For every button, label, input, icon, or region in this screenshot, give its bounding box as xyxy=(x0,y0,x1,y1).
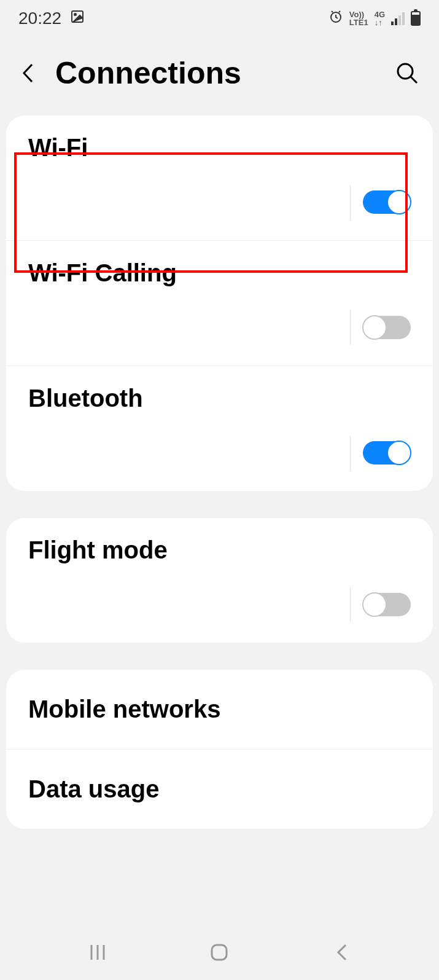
settings-item-bluetooth[interactable]: Bluetooth xyxy=(6,366,433,491)
svg-point-3 xyxy=(398,64,413,79)
settings-item-mobile-networks[interactable]: Mobile networks xyxy=(6,670,433,749)
svg-rect-4 xyxy=(212,945,227,960)
page-header: Connections xyxy=(0,37,439,116)
recents-button[interactable] xyxy=(83,938,112,967)
toggle-row xyxy=(28,310,411,345)
picture-icon xyxy=(70,9,85,28)
setting-label: Data usage xyxy=(28,775,411,803)
search-button[interactable] xyxy=(394,60,421,87)
settings-group: Wi-Fi Wi-Fi Calling Bluetooth xyxy=(6,116,433,491)
toggle-row xyxy=(28,185,411,219)
network-indicator: 4G ↓↑ xyxy=(375,10,385,26)
setting-label: Mobile networks xyxy=(28,696,411,723)
svg-point-1 xyxy=(74,14,76,15)
back-nav-button[interactable] xyxy=(327,938,356,967)
toggle-divider xyxy=(350,310,351,345)
navigation-bar xyxy=(0,925,439,980)
toggle-divider xyxy=(350,436,351,470)
page-title: Connections xyxy=(55,55,375,91)
setting-label: Bluetooth xyxy=(28,385,411,412)
settings-group: Mobile networks Data usage xyxy=(6,670,433,829)
toggle-divider xyxy=(350,587,351,622)
settings-item-flight-mode[interactable]: Flight mode xyxy=(6,518,433,643)
wifi-toggle[interactable] xyxy=(363,190,411,214)
setting-label: Wi-Fi xyxy=(28,134,411,162)
flight-mode-toggle[interactable] xyxy=(363,593,411,616)
settings-item-wifi-calling[interactable]: Wi-Fi Calling xyxy=(6,240,433,366)
setting-label: Flight mode xyxy=(28,536,411,564)
settings-item-data-usage[interactable]: Data usage xyxy=(6,749,433,829)
volte-indicator: Vo)) LTE1 xyxy=(349,10,368,26)
bluetooth-toggle[interactable] xyxy=(363,441,411,465)
toggle-row xyxy=(28,587,411,622)
home-button[interactable] xyxy=(204,938,234,967)
alarm-icon xyxy=(328,9,343,28)
settings-group: Flight mode xyxy=(6,518,433,643)
status-right: Vo)) LTE1 4G ↓↑ xyxy=(328,9,421,28)
status-bar: 20:22 Vo)) LTE1 4G ↓↑ xyxy=(0,0,439,37)
setting-label: Wi-Fi Calling xyxy=(28,259,411,287)
toggle-row xyxy=(28,436,411,470)
status-left: 20:22 xyxy=(18,9,85,28)
status-time: 20:22 xyxy=(18,9,61,28)
toggle-divider xyxy=(350,185,351,219)
signal-icon xyxy=(391,12,405,25)
wifi-calling-toggle[interactable] xyxy=(363,316,411,339)
back-button[interactable] xyxy=(18,61,37,85)
settings-item-wifi[interactable]: Wi-Fi xyxy=(6,116,433,240)
battery-icon xyxy=(411,11,421,26)
